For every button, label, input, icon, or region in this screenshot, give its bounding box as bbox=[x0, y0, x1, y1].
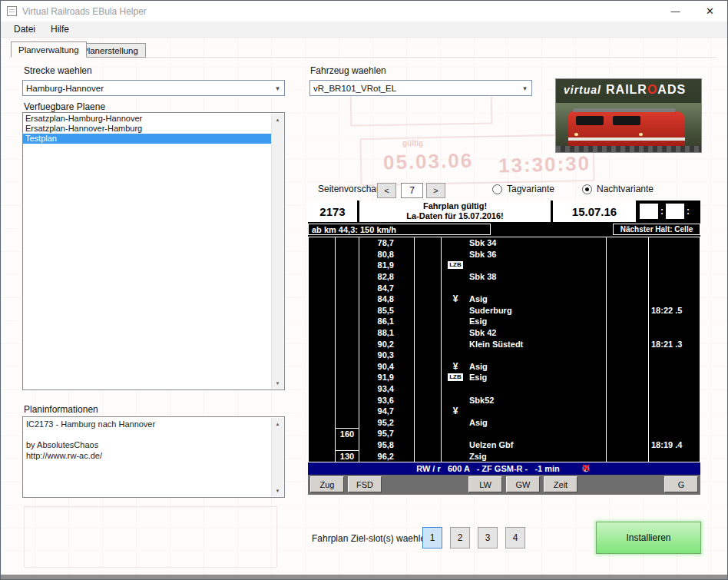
validity-message: Fahrplan gültig! La-Daten für 15.07.2016… bbox=[359, 201, 551, 222]
planinfo-line: IC2173 - Hamburg nach Hannover bbox=[23, 419, 284, 430]
watermark-text: 05.03.06 bbox=[383, 148, 474, 174]
scroll-down-icon[interactable]: ▼ bbox=[272, 485, 283, 496]
radio-tagvariante[interactable]: Tagvariante bbox=[492, 184, 554, 194]
logo-word: RAILROADS bbox=[606, 83, 686, 97]
signal-symbol: ¥ bbox=[442, 293, 469, 304]
menubar: Datei Hilfe bbox=[1, 22, 727, 38]
ebula-row: 86,1Esig bbox=[309, 316, 700, 327]
menu-datei[interactable]: Datei bbox=[6, 22, 43, 37]
titlebar: Virtual Railroads EBula Helper — ✕ bbox=[1, 1, 727, 22]
planinfo-line: http://www.rw-ac.de/ bbox=[23, 451, 284, 462]
list-item[interactable]: Ersatzplan-Hamburg-Hannover bbox=[23, 114, 271, 124]
km-value: 84,8 bbox=[359, 293, 415, 305]
km-value: 95,8 bbox=[359, 439, 415, 451]
virtual-railroads-logo: virtual RAILROADS bbox=[555, 78, 702, 153]
page-prev-button[interactable]: < bbox=[377, 183, 396, 198]
arrival-time: 18:21 .3 bbox=[649, 338, 700, 350]
planinfo-textbox[interactable]: IC2173 - Hamburg nach Hannover by Absolu… bbox=[22, 416, 285, 498]
red-locomotive-graphic bbox=[568, 111, 685, 146]
close-button[interactable]: ✕ bbox=[693, 1, 727, 22]
installieren-button[interactable]: Installieren bbox=[596, 522, 701, 554]
page-number-field[interactable]: 7 bbox=[401, 183, 423, 198]
scroll-up-icon[interactable]: ▲ bbox=[272, 418, 283, 429]
page-next-button[interactable]: > bbox=[426, 183, 445, 198]
slot-button-1[interactable]: 1 bbox=[422, 527, 442, 549]
next-stop: Nächster Halt: Celle bbox=[613, 224, 700, 235]
fahrzeug-combobox[interactable]: vR_BR101_VRot_EL ▾ bbox=[309, 80, 532, 96]
station-name: Klein Süstedt bbox=[469, 340, 523, 349]
watermark-text: gültig bbox=[402, 139, 423, 147]
signal-symbol: ¥ bbox=[442, 361, 469, 372]
ebula-row: 95,2Asig bbox=[309, 417, 700, 429]
station-name: Suderburg bbox=[469, 306, 512, 315]
radio-tagvariante-label: Tagvariante bbox=[507, 184, 554, 194]
lzb-badge: LZB bbox=[448, 261, 463, 269]
km-value: 84,7 bbox=[359, 282, 415, 293]
planinfo-line bbox=[23, 430, 284, 441]
station-name: Sbk 36 bbox=[469, 250, 496, 259]
logo-red-o: O bbox=[647, 83, 657, 96]
ebula-row: 82,8Sbk 38 bbox=[309, 271, 700, 283]
minimize-button[interactable]: — bbox=[658, 1, 693, 22]
plaene-scrollbar[interactable]: ▲ ▼ bbox=[271, 114, 283, 389]
planinfo-line: by AbsolutesChaos bbox=[23, 440, 284, 451]
slot-button-4[interactable]: 4 bbox=[505, 527, 525, 549]
list-item[interactable]: Testplan bbox=[23, 134, 271, 144]
radio-icon[interactable] bbox=[582, 184, 592, 194]
ebula-button-gw[interactable]: GW bbox=[506, 476, 540, 492]
ebula-button-g[interactable]: G bbox=[664, 476, 698, 492]
ebula-row: 90,4¥Asig bbox=[309, 361, 700, 373]
strecke-combobox-value: Hamburg-Hannover bbox=[23, 84, 271, 93]
station-name: Uelzen Gbf bbox=[469, 440, 513, 449]
seitenvorschau-label: Seitenvorschau bbox=[318, 184, 382, 194]
station-name: Esig bbox=[469, 317, 487, 326]
plaene-listbox[interactable]: Ersatzplan-Hamburg-HannoverErsatzplan-Ha… bbox=[22, 112, 285, 390]
station-name: Sbk 34 bbox=[469, 238, 496, 247]
station-name: Sbk 38 bbox=[469, 272, 496, 281]
menu-hilfe[interactable]: Hilfe bbox=[43, 22, 77, 37]
tab-planverwaltung[interactable]: Planverwaltung bbox=[11, 41, 87, 58]
strecke-combobox[interactable]: Hamburg-Hannover ▾ bbox=[22, 80, 285, 96]
scroll-down-icon[interactable]: ▼ bbox=[272, 377, 283, 389]
radio-nachtvariante[interactable]: Nachtvariante bbox=[582, 184, 654, 194]
ebula-row: 16095,7 bbox=[309, 428, 700, 439]
ebula-row: 85,5Suderburg18:22 .5 bbox=[309, 305, 700, 317]
ebula-row: 81,9LZB bbox=[309, 260, 700, 271]
speed-info: ab km 44,3: 150 km/h bbox=[308, 224, 491, 235]
station-name: Sbk52 bbox=[469, 396, 494, 405]
ebula-button-zug[interactable]: Zug bbox=[310, 476, 344, 492]
logo-prefix: virtual bbox=[564, 84, 601, 96]
km-value: 90,3 bbox=[359, 350, 415, 361]
ebula-row: 88,1Sbk 42 bbox=[309, 327, 700, 339]
list-item[interactable]: Ersatzplan-Hannover-Hamburg bbox=[23, 124, 271, 134]
radio-icon[interactable] bbox=[492, 184, 502, 194]
ebula-row: 78,7Sbk 34 bbox=[309, 237, 700, 249]
window-title: Virtual Railroads EBula Helper bbox=[22, 6, 658, 17]
ebula-row: 90,2Klein Süstedt18:21 .3 bbox=[309, 338, 700, 350]
app-icon bbox=[7, 6, 17, 16]
scroll-up-icon[interactable]: ▲ bbox=[272, 114, 283, 125]
speed-value: 130 bbox=[336, 450, 359, 462]
gsm-r-status-bar: RW / r 600 A - ZF GSM-R - -1 min ✆ ✕ bbox=[308, 462, 700, 475]
chevron-down-icon[interactable]: ▾ bbox=[518, 85, 531, 92]
planinfo-label: Planinformationen bbox=[24, 404, 98, 415]
ebula-button-zeit[interactable]: Zeit bbox=[544, 476, 577, 492]
locomotive-photo bbox=[556, 103, 701, 152]
ebula-button-lw[interactable]: LW bbox=[468, 476, 502, 492]
strecke-label: Strecke waehlen bbox=[24, 65, 92, 76]
slot-button-2[interactable]: 2 bbox=[450, 527, 470, 549]
no-call-icon: ✕ bbox=[580, 463, 592, 474]
lzb-badge: LZB bbox=[448, 373, 463, 381]
planinfo-scrollbar[interactable]: ▲ ▼ bbox=[271, 418, 283, 496]
km-value: 95,7 bbox=[359, 428, 415, 439]
chevron-down-icon[interactable]: ▾ bbox=[271, 85, 284, 92]
station-name: Zsig bbox=[469, 452, 487, 461]
slot-button-3[interactable]: 3 bbox=[478, 527, 498, 549]
ebula-schedule-grid: 78,7Sbk 3480,8Sbk 3681,9LZB82,8Sbk 3884,… bbox=[308, 237, 700, 462]
watermark-text: 13:30:30 bbox=[498, 151, 591, 177]
clock-digit-box bbox=[640, 204, 658, 219]
ebula-button-fsd[interactable]: FSD bbox=[348, 476, 382, 492]
ebula-preview-display: 2173 Fahrplan gültig! La-Daten für 15.07… bbox=[308, 201, 700, 495]
station-name: Sbk 42 bbox=[469, 328, 496, 337]
client-area: gültig 05.03.06 13:30:30 Planverwaltung … bbox=[1, 38, 727, 575]
